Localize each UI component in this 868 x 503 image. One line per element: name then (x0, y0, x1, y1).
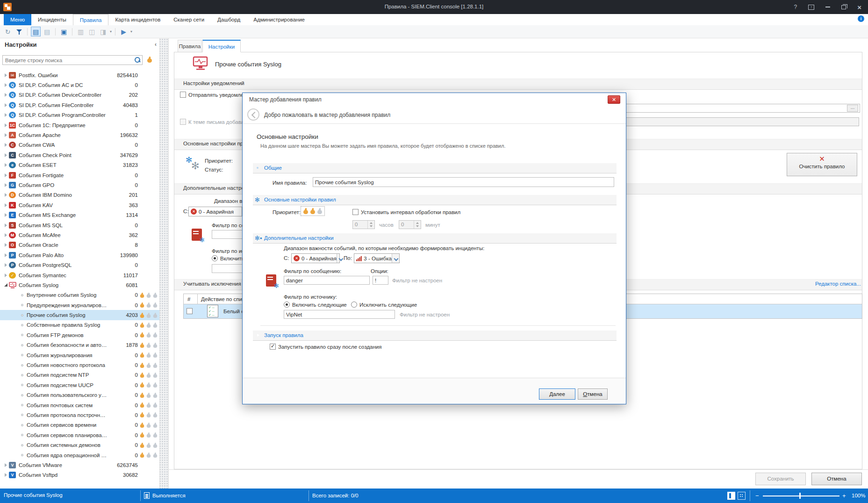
zoom-in-icon[interactable]: + (842, 492, 846, 499)
tree-item[interactable]: 1ССобытия 1С: Предприятие0 (0, 120, 159, 130)
expander-icon[interactable] (5, 163, 7, 167)
tree-item[interactable]: VСобытия Vsftpd30682 (0, 470, 159, 480)
expander-icon[interactable] (5, 143, 7, 147)
recipients-browse-button[interactable]: ... (847, 105, 858, 112)
card-view-icon[interactable] (738, 492, 746, 500)
expander-icon[interactable] (5, 103, 7, 107)
tree-item-child[interactable]: Внутренние события Syslog0 (0, 290, 159, 300)
tree-item[interactable]: QSI DLP. События AC и DC0 (0, 80, 159, 90)
dialog-close-icon[interactable]: ✕ (608, 95, 620, 104)
sidebar-collapse-icon[interactable]: ‹ (155, 41, 157, 48)
tree-item[interactable]: GСобытия GPO0 (0, 180, 159, 190)
tree-item[interactable]: KСобытия KAV363 (0, 200, 159, 210)
tree-item[interactable]: QSI DLP. События FileController40483 (0, 100, 159, 110)
expander-icon[interactable] (5, 183, 7, 187)
minimize-icon[interactable] (825, 7, 830, 7)
info-icon[interactable]: i (858, 15, 864, 22)
severity-from-select[interactable]: ✕ 0 - Аварийная (291, 253, 340, 263)
close-icon[interactable]: × (857, 3, 861, 11)
tree-item[interactable]: PСобытия PostgreSQL0 (0, 260, 159, 270)
rule-list-alt-icon[interactable]: ▤ (42, 27, 52, 36)
subject-prefix-checkbox[interactable] (180, 119, 186, 125)
tree-item[interactable]: AСобытия Apache196632 (0, 130, 159, 140)
severity-from-select[interactable]: ✕ 0 - Аварийная (188, 207, 242, 216)
back-arrow-icon[interactable] (247, 108, 259, 121)
menu-tab-Меню[interactable]: Меню (4, 14, 31, 25)
tree-item-child[interactable]: События FTP демонов0 (0, 330, 159, 340)
zoom-slider[interactable] (763, 496, 839, 496)
menu-tab-Карта инцидентов[interactable]: Карта инцидентов (108, 14, 167, 25)
tree-item[interactable]: PСобытия Palo Alto139980 (0, 250, 159, 260)
tree-item-child[interactable]: События сервисов времени0 (0, 420, 159, 430)
tree-item-child[interactable]: События журналирования0 (0, 350, 159, 360)
chevron-down-icon[interactable]: ▾ (130, 29, 132, 34)
severity-to-select[interactable]: 3 - Ошибка (354, 253, 400, 263)
menu-tab-Администрирование[interactable]: Администрирование (247, 14, 311, 25)
tree-item-child[interactable]: События подсистем NTP0 (0, 370, 159, 380)
rule-list-icon[interactable]: ▤ (31, 27, 41, 36)
tab-rules[interactable]: Правила (178, 40, 202, 52)
tree-item-child[interactable]: Предупреждения журналирования0 (0, 300, 159, 310)
tree-item-child[interactable]: События новостного протокола0 (0, 360, 159, 370)
expander-icon[interactable] (4, 283, 7, 287)
flame-icon[interactable] (310, 208, 315, 214)
options-input[interactable] (373, 276, 388, 285)
print-icon[interactable]: ▥ (76, 27, 86, 36)
minutes-stepper[interactable]: 0 (399, 220, 421, 229)
run-rule-icon[interactable]: ▶ (119, 27, 129, 36)
tree-item-child[interactable]: Собственные правила Syslog0 (0, 320, 159, 330)
tree-item-child[interactable]: События безопасности и авторизации1878 (0, 340, 159, 350)
tree-item[interactable]: CСобытия Check Point347629 (0, 150, 159, 160)
next-button[interactable]: Далее (539, 388, 575, 400)
cancel-button[interactable]: Отмена (578, 388, 608, 400)
interval-checkbox[interactable] (352, 209, 359, 215)
expander-icon[interactable] (5, 213, 7, 217)
refresh-icon[interactable]: ↻ (3, 27, 13, 36)
menu-tab-Правила[interactable]: Правила (73, 14, 109, 25)
filter-icon[interactable] (14, 27, 24, 36)
tree-item[interactable]: CСобытия CWA0 (0, 140, 159, 150)
tree-item[interactable]: OСобытия Oracle8 (0, 240, 159, 250)
hours-stepper[interactable]: 0 (352, 220, 375, 229)
expander-icon[interactable] (5, 273, 7, 277)
chevron-down-icon[interactable]: ▾ (110, 29, 112, 34)
exclude-radio[interactable] (351, 302, 357, 308)
menu-tab-Сканер сети[interactable]: Сканер сети (167, 14, 211, 25)
tree-item[interactable]: ✓События Symantec11017 (0, 270, 159, 280)
tree-item-child[interactable]: События ядра операционной системы0 (0, 450, 159, 460)
tree-item[interactable]: eСобытия ESET31823 (0, 160, 159, 170)
tree-item[interactable]: События Syslog6081 (0, 280, 159, 290)
menu-tab-Инциденты[interactable]: Инциденты (31, 14, 73, 25)
restore-icon[interactable] (841, 5, 846, 9)
export-icon[interactable]: ◨ (98, 27, 108, 36)
tree-item-child[interactable]: События почтовых систем0 (0, 400, 159, 410)
tree-item[interactable]: QSI DLP. События ProgramController1 (0, 110, 159, 120)
row-checkbox[interactable] (187, 308, 193, 314)
tree-item-child[interactable]: События системных демонов0 (0, 440, 159, 450)
expander-icon[interactable] (5, 73, 7, 77)
expander-icon[interactable] (5, 113, 7, 117)
zoom-out-icon[interactable]: − (755, 492, 759, 499)
tree-item[interactable]: SСобытия MS SQL0 (0, 220, 159, 230)
expander-icon[interactable] (5, 263, 7, 267)
expander-icon[interactable] (5, 123, 7, 127)
expander-icon[interactable] (5, 253, 7, 257)
rule-name-input[interactable] (313, 177, 614, 187)
expander-icon[interactable] (5, 463, 7, 467)
search-icon[interactable] (134, 57, 141, 64)
expander-icon[interactable] (5, 153, 7, 157)
priority-flames[interactable] (301, 206, 325, 216)
expander-icon[interactable] (5, 193, 7, 197)
run-after-create-checkbox[interactable] (270, 344, 276, 350)
help-icon[interactable]: ? (794, 4, 797, 10)
tree-item-child[interactable]: События пользовательского уровня0 (0, 390, 159, 400)
expander-icon[interactable] (5, 203, 7, 207)
expander-icon[interactable] (5, 173, 7, 177)
tree-item-child[interactable]: События протокола построчной печати0 (0, 410, 159, 420)
grid-view-icon[interactable] (727, 492, 735, 500)
source-filter-input[interactable] (284, 310, 395, 319)
flame-icon[interactable] (317, 208, 322, 214)
send-notifications-checkbox[interactable] (180, 92, 186, 98)
expander-icon[interactable] (5, 233, 7, 237)
include-radio[interactable] (284, 302, 290, 308)
